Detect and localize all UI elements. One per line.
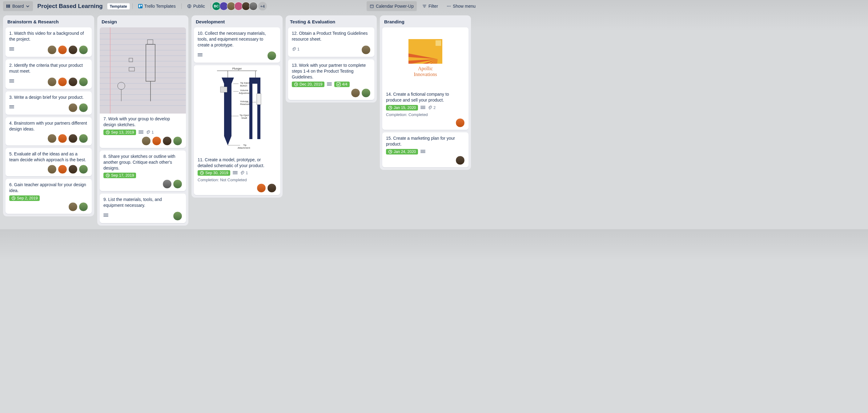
avatar[interactable] <box>162 180 172 189</box>
due-date-badge[interactable]: Dec 20, 2019 <box>292 82 324 87</box>
avatar[interactable] <box>48 77 57 87</box>
list-title[interactable]: Design <box>100 18 186 25</box>
card[interactable]: 7. Work with your group to develop desig… <box>100 27 186 148</box>
card[interactable]: 12. Obtain a Product Testing Guidelines … <box>288 27 374 57</box>
calendar-powerup-button[interactable]: Calendar Power-Up <box>367 1 417 11</box>
board-canvas: Brainstorm & Research1. Watch this video… <box>0 12 482 229</box>
avatar[interactable] <box>79 202 88 212</box>
card[interactable]: 5. Evaluate all of the ideas and as a te… <box>5 148 92 176</box>
avatar[interactable] <box>257 183 266 193</box>
card[interactable]: 3. Write a design brief for your product… <box>5 91 92 115</box>
avatar[interactable] <box>58 165 67 174</box>
due-date-badge[interactable]: Sep 2, 2019 <box>9 195 40 201</box>
attachment-badge: 2 <box>428 105 436 110</box>
avatar[interactable] <box>267 51 276 60</box>
due-date-badge[interactable]: Jan 15, 2020 <box>386 105 418 110</box>
avatar[interactable] <box>68 202 78 212</box>
avatar[interactable] <box>162 136 172 146</box>
due-date-badge[interactable]: Jan 24, 2020 <box>386 149 418 155</box>
avatar[interactable] <box>173 136 182 146</box>
card-badges: Sep 13, 20191 <box>103 130 182 135</box>
card[interactable]: Plunger Tip Eject Button Volume Adjustme… <box>194 65 280 195</box>
due-date-badge[interactable]: Sep 17, 2019 <box>103 173 136 178</box>
card-members <box>173 212 182 221</box>
list-title[interactable]: Development <box>194 18 280 25</box>
visibility-button[interactable]: Public <box>184 1 208 11</box>
list-title[interactable]: Brainstorm & Research <box>5 18 92 25</box>
svg-text:Tip: Tip <box>243 144 247 147</box>
avatar[interactable] <box>58 134 67 143</box>
svg-text:Volume: Volume <box>240 100 248 103</box>
avatar[interactable] <box>48 45 57 55</box>
card-bottom-row <box>197 50 276 60</box>
card[interactable]: 2. Identify the criteria that your produ… <box>5 59 92 89</box>
filter-button[interactable]: Filter <box>419 1 441 11</box>
card[interactable]: 8. Share your sketches or outline with a… <box>100 151 186 191</box>
attachment-badge: 1 <box>240 171 248 175</box>
workspace-link[interactable]: Trello Templates <box>135 1 179 11</box>
card[interactable]: 4. Brainstorm with your partners differe… <box>5 117 92 146</box>
avatar[interactable] <box>68 134 78 143</box>
avatar[interactable] <box>152 136 161 146</box>
svg-text:Volume: Volume <box>240 89 248 92</box>
view-switcher[interactable]: Board <box>3 1 33 11</box>
card[interactable]: 6. Gain teacher approval for your design… <box>5 179 92 214</box>
avatar[interactable] <box>58 45 67 55</box>
card-title: 8. Share your sketches or outline with a… <box>103 154 182 171</box>
board-members[interactable]: BC +4 <box>213 2 267 10</box>
avatar[interactable] <box>68 165 78 174</box>
avatar[interactable] <box>351 88 360 98</box>
card-members <box>9 165 88 174</box>
avatar[interactable] <box>456 118 465 127</box>
card-badges: Jan 15, 20202 <box>386 105 465 110</box>
card-cover: ApollicInnovations <box>382 27 468 89</box>
avatar[interactable] <box>68 103 78 112</box>
card-badges: Jan 24, 2020 <box>386 149 465 155</box>
attachment-badge: 1 <box>292 47 300 52</box>
avatar[interactable] <box>48 165 57 174</box>
card[interactable]: 1. Watch this video for a background of … <box>5 27 92 57</box>
avatar[interactable] <box>68 77 78 87</box>
due-date-badge[interactable]: Sep 30, 2019 <box>197 170 230 176</box>
description-icon <box>138 130 144 134</box>
show-menu-button[interactable]: Show menu <box>443 1 478 11</box>
list-title[interactable]: Testing & Evaluation <box>288 18 374 25</box>
avatar[interactable] <box>58 77 67 87</box>
svg-rect-44 <box>257 94 261 105</box>
avatar[interactable] <box>79 165 88 174</box>
avatar[interactable] <box>68 45 78 55</box>
card-badges: 1 <box>292 47 300 52</box>
card[interactable]: ApollicInnovations 14. Create a fictiona… <box>382 27 468 130</box>
avatar[interactable] <box>79 45 88 55</box>
card-title: 2. Identify the criteria that your produ… <box>9 62 88 74</box>
card[interactable]: 13. Work with your partner to complete s… <box>288 59 374 100</box>
svg-point-9 <box>447 6 447 6</box>
board-icon <box>6 4 10 8</box>
template-badge[interactable]: Template <box>107 3 130 9</box>
card[interactable]: 9. List the materials, tools, and equipm… <box>100 194 186 223</box>
avatar[interactable] <box>456 156 465 165</box>
card-badges <box>9 80 14 83</box>
avatar[interactable] <box>142 136 151 146</box>
avatar[interactable] <box>79 103 88 112</box>
card-members <box>9 202 88 212</box>
board-title[interactable]: Project Based Learning <box>35 3 104 9</box>
avatar[interactable] <box>361 88 371 98</box>
card-members <box>9 134 88 143</box>
card[interactable]: 10. Collect the necessary materials, too… <box>194 27 280 63</box>
avatar[interactable] <box>249 2 258 10</box>
clock-icon <box>388 105 393 110</box>
clock-icon <box>105 130 110 134</box>
avatar[interactable] <box>267 183 276 193</box>
avatar[interactable] <box>173 180 182 189</box>
avatar[interactable] <box>173 212 182 221</box>
list: Branding ApollicInnovations 14. Create a… <box>380 15 471 170</box>
list-title[interactable]: Branding <box>382 18 468 25</box>
avatar[interactable] <box>79 77 88 87</box>
members-overflow[interactable]: +4 <box>258 2 267 10</box>
due-date-badge[interactable]: Sep 13, 2019 <box>103 130 136 135</box>
avatar[interactable] <box>361 45 371 55</box>
avatar[interactable] <box>79 134 88 143</box>
card[interactable]: 15. Create a marketing plan for your pro… <box>382 132 468 167</box>
avatar[interactable] <box>48 134 57 143</box>
